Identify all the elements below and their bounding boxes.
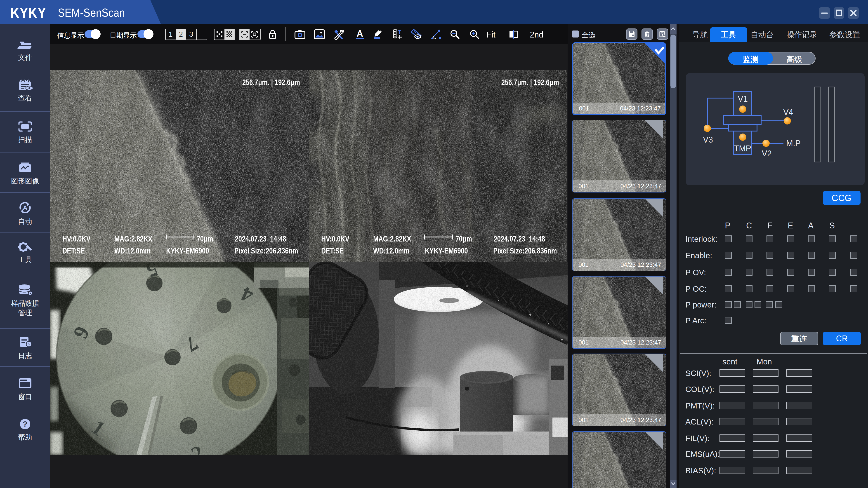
svg-text:TMP: TMP [734, 144, 751, 153]
svg-text:V2: V2 [762, 149, 772, 158]
svg-text:M.P: M.P [786, 139, 801, 148]
svg-text:V4: V4 [783, 107, 793, 117]
svg-text:A: A [357, 29, 363, 38]
svg-text:?: ? [23, 420, 28, 428]
svg-text:V1: V1 [738, 94, 748, 103]
svg-text:A: A [23, 204, 27, 211]
svg-text:V3: V3 [703, 135, 713, 144]
